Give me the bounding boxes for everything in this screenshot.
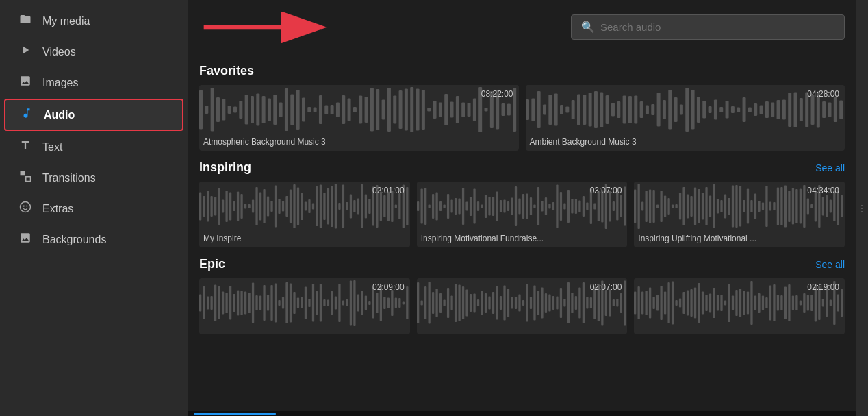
my-media-icon — [18, 13, 33, 29]
svg-rect-387 — [582, 282, 584, 323]
svg-rect-439 — [784, 287, 787, 319]
svg-rect-256 — [728, 198, 730, 215]
svg-rect-236 — [653, 190, 655, 223]
svg-rect-48 — [433, 101, 437, 119]
svg-rect-169 — [387, 192, 390, 221]
svg-rect-412 — [683, 292, 685, 314]
sidebar-item-videos[interactable]: Videos — [4, 37, 183, 66]
audio-card-inspiring-1[interactable]: 03:07:00Inspiring Motivational Fundraise… — [417, 182, 628, 247]
search-audio-input[interactable] — [600, 21, 834, 33]
svg-rect-336 — [383, 297, 385, 309]
sidebar-item-text[interactable]: Text — [4, 132, 183, 162]
audio-card-inspiring-2[interactable]: 04:34:00Inspiring Uplifting Motivational… — [634, 182, 845, 247]
duration-badge-inspiring-0: 02:01:00 — [372, 186, 405, 195]
sidebar-item-images[interactable]: Images — [4, 68, 183, 97]
svg-rect-235 — [649, 190, 651, 223]
audio-card-label-inspiring-2: Inspiring Uplifting Motivational ... — [634, 231, 845, 247]
svg-rect-153 — [327, 188, 329, 225]
svg-rect-104 — [759, 106, 763, 114]
audio-card-favorites-0[interactable]: 08:22:00Atmospheric Background Music 3 — [199, 85, 519, 151]
svg-rect-275 — [800, 189, 802, 224]
sidebar-item-audio[interactable]: Audio — [4, 99, 183, 131]
svg-rect-328 — [353, 280, 355, 326]
sidebar-item-transitions[interactable]: Transitions — [4, 163, 183, 193]
svg-rect-375 — [537, 291, 539, 315]
sidebar-item-my-media[interactable]: My media — [4, 6, 183, 36]
svg-rect-266 — [766, 186, 768, 227]
svg-rect-348 — [435, 289, 437, 317]
svg-rect-373 — [529, 297, 531, 309]
svg-rect-7 — [199, 90, 203, 130]
svg-rect-204 — [526, 194, 528, 219]
svg-rect-68 — [554, 94, 557, 126]
svg-rect-60 — [502, 103, 505, 116]
svg-rect-38 — [376, 89, 379, 130]
svg-rect-377 — [544, 293, 546, 313]
svg-rect-363 — [492, 292, 494, 314]
videos-icon — [18, 44, 33, 60]
audio-icon — [19, 107, 34, 123]
sidebar-item-backgrounds[interactable]: Backgrounds — [4, 225, 183, 254]
see-all-epic[interactable]: See all — [815, 259, 845, 270]
audio-content[interactable]: Favorites08:22:00Atmospheric Background … — [188, 54, 856, 411]
audio-card-epic-1[interactable]: 02:07:00 — [417, 278, 628, 334]
search-bar[interactable]: 🔍 — [571, 14, 845, 40]
svg-rect-185 — [455, 198, 457, 215]
svg-rect-189 — [470, 197, 472, 216]
svg-rect-251 — [709, 196, 711, 217]
svg-rect-9 — [211, 88, 214, 132]
svg-rect-180 — [435, 193, 437, 221]
audio-card-epic-0[interactable]: 02:09:00 — [199, 278, 410, 334]
svg-rect-32 — [342, 95, 345, 124]
svg-rect-436 — [774, 284, 776, 321]
svg-rect-247 — [694, 188, 696, 225]
audio-card-epic-2[interactable]: 02:19:00 — [634, 278, 845, 334]
svg-rect-424 — [728, 284, 730, 322]
svg-rect-115 — [822, 101, 826, 118]
svg-rect-83 — [639, 101, 643, 118]
svg-rect-433 — [762, 296, 764, 310]
svg-rect-39 — [382, 100, 385, 120]
svg-rect-265 — [762, 203, 764, 210]
svg-rect-233 — [641, 202, 643, 211]
svg-rect-12 — [228, 106, 231, 114]
svg-rect-304 — [263, 285, 265, 321]
svg-rect-139 — [275, 186, 277, 228]
audio-card-label-inspiring-1: Inspiring Motivational Fundraise... — [417, 231, 628, 247]
svg-rect-207 — [537, 187, 539, 225]
svg-rect-240 — [668, 198, 670, 215]
svg-rect-220 — [586, 203, 588, 210]
svg-rect-415 — [694, 288, 696, 319]
svg-rect-155 — [335, 184, 337, 229]
svg-rect-17 — [256, 94, 259, 126]
svg-rect-175 — [417, 201, 419, 211]
collapse-handle[interactable]: ⋮ — [856, 0, 868, 416]
svg-rect-176 — [420, 189, 422, 224]
svg-rect-117 — [833, 97, 837, 122]
audio-card-favorites-1[interactable]: 04:28:00Ambient Background Music 3 — [526, 85, 845, 151]
svg-rect-230 — [624, 187, 626, 226]
svg-rect-130 — [240, 194, 242, 219]
audio-card-inspiring-0[interactable]: 02:01:00My Inspire — [199, 182, 410, 247]
svg-rect-290 — [210, 296, 212, 310]
duration-badge-epic-0: 02:09:00 — [372, 282, 405, 292]
svg-rect-148 — [308, 199, 310, 213]
svg-rect-229 — [620, 195, 622, 217]
svg-rect-323 — [335, 297, 337, 310]
svg-rect-147 — [305, 202, 307, 211]
svg-rect-107 — [776, 100, 780, 119]
svg-rect-191 — [477, 201, 479, 211]
svg-rect-31 — [336, 103, 340, 117]
svg-rect-49 — [439, 103, 442, 117]
svg-rect-430 — [751, 281, 753, 325]
audio-card-label-inspiring-0: My Inspire — [199, 231, 410, 247]
svg-rect-402 — [646, 291, 648, 315]
svg-rect-16 — [251, 96, 254, 123]
svg-rect-329 — [357, 295, 359, 312]
see-all-inspiring[interactable]: See all — [815, 162, 845, 173]
svg-rect-186 — [458, 199, 460, 215]
sidebar-item-extras[interactable]: Extras — [4, 194, 183, 223]
svg-rect-93 — [696, 97, 700, 123]
svg-rect-46 — [422, 90, 425, 130]
svg-rect-259 — [739, 186, 741, 227]
